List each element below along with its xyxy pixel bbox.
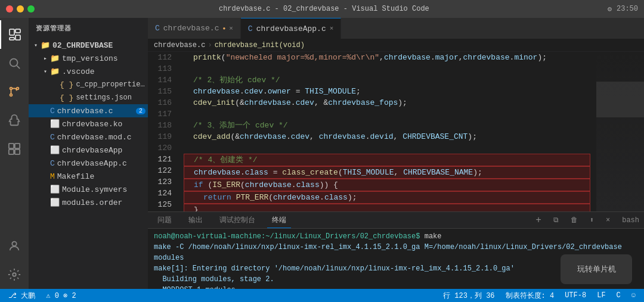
ko-file-icon: ⬜ — [50, 119, 60, 129]
svg-point-6 — [10, 88, 13, 90]
terminal-line-5: MODPOST 1 modules — [154, 285, 638, 289]
code-line-113 — [184, 63, 590, 74]
feedback-icon[interactable]: ☺ — [629, 291, 638, 300]
tab-debug-console[interactable]: 调试控制台 — [215, 213, 260, 228]
terminal-close-icon[interactable]: × — [606, 216, 610, 225]
encoding-status[interactable]: UTF-8 — [562, 291, 589, 300]
terminal-line-4: Building modules, stage 2. — [154, 274, 638, 285]
sidebar-item-cpp-props[interactable]: { } c_cpp_properties.json — [29, 78, 148, 91]
code-line-125: } — [184, 204, 590, 211]
maximize-button[interactable] — [27, 5, 35, 13]
git-icon[interactable] — [0, 77, 29, 106]
language-mode-status[interactable]: C — [614, 291, 623, 300]
folder-arrow-tmp: ▸ — [41, 55, 50, 62]
terminal-trash-icon[interactable]: 🗑 — [571, 216, 578, 225]
code-editor: 112 113 114 115 116 117 118 119 120 121 … — [148, 52, 644, 211]
code-line-118: /* 3、添加一个 cdev */ — [184, 120, 590, 131]
code-line-112: printk("newcheled major=%d,minor=%d\r\n"… — [184, 52, 590, 63]
title-icons: ⚙ 23:50 — [608, 5, 638, 14]
minimap — [596, 52, 644, 211]
statusbar: ⎇ 大鹏 ⚠ 0 ⊗ 2 行 123，列 36 制表符长度: 4 UTF-8 L… — [0, 289, 644, 302]
tab-terminal[interactable]: 终端 — [267, 213, 291, 228]
debug-icon[interactable] — [0, 106, 29, 135]
sidebar-item-modules-order[interactable]: ⬜ modules.order — [29, 196, 148, 209]
account-icon[interactable] — [0, 232, 29, 260]
tab-modified-dot: ● — [222, 26, 225, 31]
statusbar-left: ⎇ 大鹏 ⚠ 0 ⊗ 2 — [6, 291, 79, 301]
sidebar-item-chrdevbase-c[interactable]: C chrdevbase.c 2 — [29, 104, 148, 117]
sidebar-item-makefile[interactable]: M Makefile — [29, 170, 148, 183]
split-icon[interactable]: ⧉ — [553, 216, 559, 225]
window-title: chrdevbase.c - 02_chrdevbase - Visual St… — [41, 5, 608, 13]
svg-rect-3 — [10, 38, 14, 40]
tab-chrdevbase-c[interactable]: C chrdevbase.c ● × — [148, 18, 241, 39]
tab-c-icon: C — [155, 24, 160, 33]
json-icon-cpp: { } — [60, 80, 73, 89]
settings-icon[interactable]: ⚙ — [608, 5, 612, 14]
code-line-123: if (IS_ERR(chrdevbase.class)) { — [184, 179, 590, 191]
sidebar-item-chrdevbase-ko[interactable]: ⬜ chrdevbase.ko — [29, 117, 148, 130]
folder-arrow: ▾ — [31, 42, 41, 49]
sidebar-item-tmp-versions[interactable]: ▸ 📁 tmp_versions — [29, 52, 148, 65]
svg-point-14 — [13, 273, 16, 276]
appc-file-icon: C — [50, 159, 55, 168]
modified-badge: 2 — [136, 108, 145, 114]
extensions-icon[interactable] — [0, 135, 29, 163]
errors-status[interactable]: ⚠ 0 ⊗ 2 — [44, 291, 78, 300]
c-file-icon: C — [50, 107, 55, 116]
svg-point-4 — [10, 59, 18, 67]
statusbar-right: 行 123，列 36 制表符长度: 4 UTF-8 LF C ☺ — [441, 291, 638, 301]
search-activity-icon[interactable] — [0, 49, 29, 77]
gear-icon[interactable] — [0, 260, 29, 289]
line-ending-status[interactable]: LF — [595, 291, 608, 300]
svg-rect-1 — [16, 29, 20, 33]
explorer-icon[interactable] — [0, 20, 29, 49]
folder-icon-vscode: 📁 — [50, 67, 60, 76]
tab-appc-icon: C — [248, 24, 253, 33]
terminal-panel: 问题 输出 调试控制台 终端 + ⧉ 🗑 ⬆ × bash noah@noah-… — [148, 211, 644, 289]
tab-problems[interactable]: 问题 — [153, 213, 177, 228]
svg-rect-2 — [16, 35, 20, 40]
tabbar: C chrdevbase.c ● × C chrdevbaseApp.c × — [148, 18, 644, 39]
window-controls[interactable] — [6, 5, 35, 13]
tab-close-icon[interactable]: × — [229, 25, 233, 32]
code-line-117 — [184, 108, 590, 120]
terminal-add-icon[interactable]: + — [535, 215, 541, 226]
code-line-124: return PTR_ERR(chrdevbase.class); — [184, 191, 590, 204]
sidebar-root-folder[interactable]: ▾ 📁 02_CHRDEVBASE — [29, 39, 148, 52]
tab-appc-close-icon[interactable]: × — [330, 25, 334, 32]
breadcrumb-sep1: › — [208, 41, 212, 49]
svg-rect-0 — [10, 29, 14, 35]
terminal-content[interactable]: noah@noah-virtual-machine:~/linux/Linux_… — [148, 229, 644, 289]
terminal-maximize-icon[interactable]: ⬆ — [590, 216, 594, 225]
file-tree[interactable]: ▾ 📁 02_CHRDEVBASE ▸ 📁 tmp_versions ▾ 📁 .… — [29, 39, 148, 289]
git-branch-status[interactable]: ⎇ 大鹏 — [6, 291, 38, 301]
breadcrumb-function[interactable]: chrdevbase_init(void) — [215, 41, 305, 49]
close-button[interactable] — [6, 5, 13, 13]
tab-chrdevbaseapp-c[interactable]: C chrdevbaseApp.c × — [241, 18, 341, 39]
symvers-icon: ⬜ — [50, 185, 60, 194]
terminal-line-3: make[1]: Entering directory '/home/noah/… — [154, 263, 638, 274]
breadcrumb-file[interactable]: chrdevbase.c — [154, 41, 205, 49]
sidebar-item-chrdevbase-mod[interactable]: C chrdevbase.mod.c — [29, 130, 148, 144]
folder-icon: 📁 — [41, 41, 50, 50]
order-icon: ⬜ — [50, 198, 60, 207]
sidebar-item-vscode[interactable]: ▾ 📁 .vscode — [29, 65, 148, 78]
sidebar-item-settings[interactable]: { } settings.json — [29, 91, 148, 104]
svg-rect-11 — [9, 150, 14, 154]
sidebar-item-symvers[interactable]: ⬜ Module.symvers — [29, 183, 148, 196]
terminal-tabs: 问题 输出 调试控制台 终端 + ⧉ 🗑 ⬆ × bash — [148, 212, 644, 229]
cursor-position[interactable]: 行 123，列 36 — [441, 291, 497, 301]
main-layout: 资源管理器 ▾ 📁 02_CHRDEVBASE ▸ 📁 tmp_versions… — [0, 18, 644, 289]
code-line-114: /* 2、初始化 cdev */ — [184, 74, 590, 86]
editor-area: C chrdevbase.c ● × C chrdevbaseApp.c × c… — [148, 18, 644, 289]
sidebar-item-chrdevbaseapp-c[interactable]: C chrdevbaseApp.c — [29, 157, 148, 170]
minimize-button[interactable] — [17, 5, 24, 13]
sidebar-item-chrdevbaseapp[interactable]: ⬜ chrdevbaseApp — [29, 144, 148, 157]
code-content[interactable]: printk("newcheled major=%d,minor=%d\r\n"… — [178, 52, 596, 211]
tab-output[interactable]: 输出 — [184, 213, 208, 228]
svg-point-13 — [12, 242, 16, 246]
time-display: 23:50 — [617, 5, 638, 14]
tab-size-status[interactable]: 制表符长度: 4 — [503, 291, 557, 301]
activitybar — [0, 18, 29, 289]
